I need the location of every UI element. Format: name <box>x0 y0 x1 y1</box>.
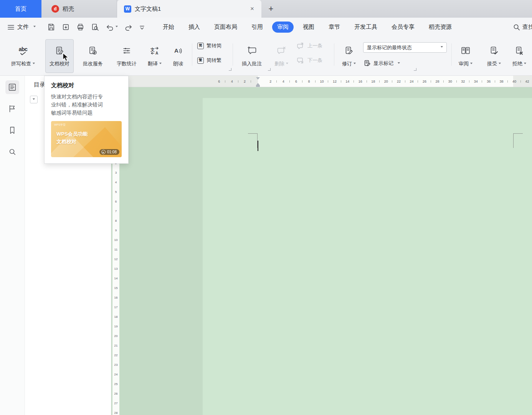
close-tab-icon[interactable]: × <box>248 4 257 13</box>
home-tab[interactable]: 首页 <box>0 0 41 18</box>
dialog-launcher-icon[interactable] <box>268 68 271 71</box>
simp-to-trad-button[interactable]: 繁 简转繁 <box>195 55 224 66</box>
tab-insert[interactable]: 插入 <box>183 22 205 33</box>
docer-tab-label: 稻壳 <box>63 5 74 13</box>
tab-docer-resources[interactable]: 稻壳资源 <box>424 22 457 33</box>
save-button[interactable] <box>47 23 55 31</box>
find-button[interactable]: 查找 <box>513 18 532 37</box>
print-preview-button[interactable] <box>91 23 99 31</box>
delete-comment-button[interactable]: 删除 <box>270 39 292 73</box>
correction-service-button[interactable]: 批改服务 <box>78 39 107 73</box>
ruler-number: 18 <box>112 312 119 322</box>
review-label: 审阅 <box>459 60 469 67</box>
tab-section[interactable]: 章节 <box>324 22 345 33</box>
trad-to-simp-button[interactable]: 简 繁转简 <box>195 40 224 51</box>
hanging-indent-marker[interactable] <box>256 81 260 85</box>
spell-check-icon: abc <box>19 45 28 57</box>
ruler-number: 10 <box>316 76 328 87</box>
bookmark-pane-button[interactable] <box>5 123 19 137</box>
ruler-number: 6 <box>213 76 225 87</box>
word-count-icon <box>122 45 131 57</box>
left-indent-marker[interactable] <box>256 85 260 87</box>
ruler-number: 6 <box>112 197 119 206</box>
correction-service-icon <box>88 45 97 57</box>
customize-quickbar-button[interactable] <box>139 25 145 30</box>
markup-group: 显示标记的最终状态 显示标记 <box>363 42 448 69</box>
outline-collapse-button[interactable] <box>30 96 38 103</box>
track-changes-label: 修订 <box>342 60 352 67</box>
tab-review[interactable]: 审阅 <box>272 22 294 33</box>
quick-access-toolbar <box>47 23 145 31</box>
tab-references[interactable]: 引用 <box>246 22 268 33</box>
new-tab-button[interactable]: + <box>261 0 281 18</box>
search-pane-button[interactable] <box>5 145 19 159</box>
review-button[interactable]: 审阅 <box>454 39 477 73</box>
file-menu-caret-icon <box>33 26 36 28</box>
show-markup-caret-icon <box>398 62 400 65</box>
next-comment-button[interactable]: 下一条 <box>295 55 325 66</box>
dialog-launcher-icon[interactable] <box>229 68 231 71</box>
tab-view[interactable]: 视图 <box>298 22 319 33</box>
read-aloud-button[interactable]: A 朗读 <box>168 39 188 73</box>
track-changes-button[interactable]: 修订 <box>338 39 360 73</box>
print-button[interactable] <box>76 23 84 31</box>
prev-comment-button[interactable]: 上一条 <box>295 40 325 51</box>
ruler-number: 10 <box>112 235 119 245</box>
chapter-pane-button[interactable] <box>5 102 19 116</box>
docer-tab[interactable]: d 稻壳 <box>41 0 117 18</box>
trad-to-simp-icon: 简 <box>197 43 204 49</box>
export-icon <box>62 23 70 31</box>
track-changes-icon <box>344 45 354 57</box>
ruler-number: 20 <box>112 331 119 341</box>
ruler-number: 18 <box>367 76 380 87</box>
markup-state-select[interactable]: 显示标记的最终状态 <box>363 42 447 53</box>
ruler-number: 4 <box>225 76 238 87</box>
reject-icon <box>515 45 524 57</box>
document-tab-label: 文字文稿1 <box>135 5 248 13</box>
horizontal-ruler: 642 246810121416182022242628303234363840… <box>111 76 532 87</box>
outline-pane-button[interactable] <box>5 80 19 94</box>
card-watermark: WPS学堂 <box>54 123 66 127</box>
word-count-button[interactable]: 字数统计 <box>112 39 141 73</box>
window-tabbar: 首页 d 稻壳 W 文字文稿1 × + <box>0 0 532 18</box>
ruler-number: 5 <box>112 187 119 197</box>
file-menu-label: 文件 <box>17 23 29 31</box>
reject-button[interactable]: 拒绝 <box>508 39 530 73</box>
card-title-line1: WPS会员功能 <box>56 131 88 138</box>
file-menu-button[interactable]: 文件 <box>8 23 36 31</box>
card-title-line2: 文档校对 <box>56 138 76 145</box>
tab-developer[interactable]: 开发工具 <box>349 22 382 33</box>
document-tab[interactable]: W 文字文稿1 × <box>117 0 261 18</box>
customize-quickbar-icon <box>139 25 145 30</box>
show-markup-button[interactable]: 显示标记 <box>363 58 448 69</box>
tab-home[interactable]: 开始 <box>158 22 179 33</box>
tab-member[interactable]: 会员专享 <box>387 22 420 33</box>
video-duration-badge: ▶ 01:08 <box>99 149 119 155</box>
ruler-number: 26 <box>418 76 431 87</box>
outline-panel-title: 目录 <box>34 81 45 88</box>
ribbon: 文件 开始 插入 页面布局 引用 审阅 视图 章节 开发工具 <box>0 18 532 76</box>
group-separator <box>192 43 192 66</box>
svg-text:文: 文 <box>150 47 155 52</box>
insert-comment-label: 插入批注 <box>242 60 262 67</box>
redo-button[interactable] <box>124 23 133 31</box>
ruler-number: 12 <box>328 76 341 87</box>
ruler-number: 22 <box>112 350 119 360</box>
tooltip-video-card[interactable]: WPS学堂 WPS会员功能 文档校对 ▶ 01:08 <box>51 121 122 157</box>
translate-icon: 文A <box>150 45 159 57</box>
chapter-pane-icon <box>8 105 17 113</box>
ruler-number: 20 <box>380 76 392 87</box>
export-button[interactable] <box>62 23 70 31</box>
next-comment-label: 下一条 <box>307 57 322 64</box>
undo-button[interactable] <box>106 23 118 31</box>
spell-check-button[interactable]: abc 拼写检查 <box>6 39 40 73</box>
accept-button[interactable]: 接受 <box>483 39 505 73</box>
translate-button[interactable]: 文A 翻译 <box>144 39 166 73</box>
markup-state-value: 显示标记的最终状态 <box>367 44 412 51</box>
print-preview-icon <box>91 23 99 31</box>
dialog-launcher-icon[interactable] <box>414 68 416 71</box>
hamburger-icon <box>8 25 14 30</box>
spell-check-caret-icon <box>33 63 35 65</box>
tab-page-layout[interactable]: 页面布局 <box>209 22 242 33</box>
insert-comment-button[interactable]: 插入批注 <box>236 39 267 73</box>
